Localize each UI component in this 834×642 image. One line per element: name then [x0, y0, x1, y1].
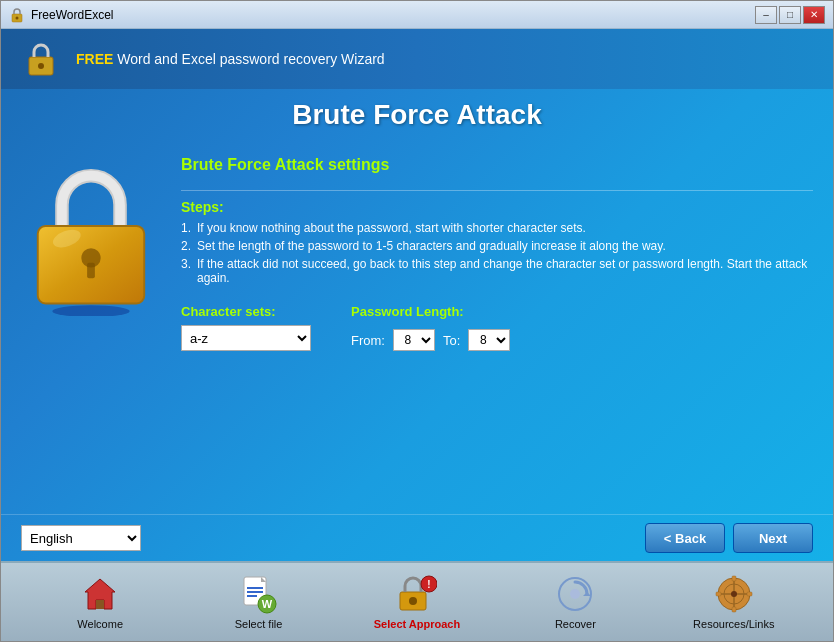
svg-text:W: W: [261, 598, 272, 610]
taskbar-welcome[interactable]: Welcome: [50, 574, 150, 630]
taskbar-file-label: Select file: [235, 618, 283, 630]
file-icon: W: [239, 574, 279, 614]
window-title: FreeWordExcel: [31, 8, 749, 22]
svg-rect-15: [247, 595, 257, 597]
char-sets-group: Character sets: a-z a-z, 0-9 A-Z, a-z A-…: [181, 304, 311, 351]
recover-icon: [555, 574, 595, 614]
svg-rect-10: [96, 600, 104, 609]
to-label: To:: [443, 333, 460, 348]
svg-rect-6: [87, 263, 95, 278]
nav-buttons: < Back Next: [645, 523, 813, 553]
svg-rect-32: [716, 592, 721, 596]
resources-icon: [714, 574, 754, 614]
svg-point-24: [570, 589, 580, 599]
step-2: Set the length of the password to 1-5 ch…: [181, 239, 813, 253]
svg-text:!: !: [427, 579, 430, 590]
minimize-button[interactable]: –: [755, 6, 777, 24]
char-sets-select[interactable]: a-z a-z, 0-9 A-Z, a-z A-Z, a-z, 0-9 All …: [181, 325, 311, 351]
taskbar-resources-label: Resources/Links: [693, 618, 774, 630]
header-strip: FREE Word and Excel password recovery Wi…: [1, 29, 833, 89]
padlock-large-icon: [26, 166, 156, 316]
title-bar: FreeWordExcel – □ ✕: [1, 1, 833, 29]
home-icon: [80, 574, 120, 614]
window-controls: – □ ✕: [755, 6, 825, 24]
free-label: FREE: [76, 51, 113, 67]
header-text: FREE Word and Excel password recovery Wi…: [76, 51, 385, 67]
char-sets-label: Character sets:: [181, 304, 311, 319]
main-window: FreeWordExcel – □ ✕ FREE Word and Excel …: [0, 0, 834, 642]
svg-rect-31: [732, 607, 736, 612]
left-panel: [21, 156, 161, 504]
content-area: FREE Word and Excel password recovery Wi…: [1, 29, 833, 561]
svg-rect-14: [247, 591, 263, 593]
settings-row: Character sets: a-z a-z, 0-9 A-Z, a-z A-…: [181, 304, 813, 351]
main-content: Brute Force Attack settings Steps: If yo…: [1, 146, 833, 514]
next-button[interactable]: Next: [733, 523, 813, 553]
language-select[interactable]: English French German Spanish Italian: [21, 525, 141, 551]
close-button[interactable]: ✕: [803, 6, 825, 24]
pwd-length-controls: From: 1234 5678 9101112 To: 1234 5678 91…: [351, 329, 510, 351]
section-title: Brute Force Attack settings: [181, 156, 813, 174]
header-description: Word and Excel password recovery Wizard: [113, 51, 384, 67]
svg-rect-33: [747, 592, 752, 596]
svg-rect-13: [247, 587, 263, 589]
taskbar-resources[interactable]: Resources/Links: [684, 574, 784, 630]
step-1: If you know nothing about the password, …: [181, 221, 813, 235]
steps-list: If you know nothing about the password, …: [181, 221, 813, 289]
app-icon: [9, 7, 25, 23]
page-title: Brute Force Attack: [1, 89, 833, 146]
svg-point-8: [52, 305, 129, 316]
header-lock-icon: [21, 39, 61, 79]
svg-point-29: [731, 591, 737, 597]
pwd-length-label: Password Length:: [351, 304, 510, 319]
taskbar-select-file[interactable]: W Select file: [209, 574, 309, 630]
svg-point-1: [16, 16, 19, 19]
taskbar-recover-label: Recover: [555, 618, 596, 630]
maximize-button[interactable]: □: [779, 6, 801, 24]
svg-point-3: [38, 63, 44, 69]
svg-point-19: [409, 597, 417, 605]
taskbar-welcome-label: Welcome: [77, 618, 123, 630]
taskbar: Welcome W Select file !: [1, 561, 833, 641]
approach-icon: !: [397, 574, 437, 614]
back-button[interactable]: < Back: [645, 523, 725, 553]
right-panel: Brute Force Attack settings Steps: If yo…: [181, 156, 813, 504]
step-3: If the attack did not succeed, go back t…: [181, 257, 813, 285]
svg-marker-23: [583, 592, 591, 596]
bottom-bar: English French German Spanish Italian < …: [1, 514, 833, 561]
section-divider: [181, 190, 813, 191]
from-label: From:: [351, 333, 385, 348]
taskbar-recover[interactable]: Recover: [525, 574, 625, 630]
steps-label: Steps:: [181, 199, 813, 215]
to-select[interactable]: 1234 5678 9101112: [468, 329, 510, 351]
taskbar-approach[interactable]: ! Select Approach: [367, 574, 467, 630]
svg-rect-30: [732, 576, 736, 581]
pwd-length-group: Password Length: From: 1234 5678 9101112…: [351, 304, 510, 351]
taskbar-approach-label: Select Approach: [374, 618, 460, 630]
from-select[interactable]: 1234 5678 9101112: [393, 329, 435, 351]
